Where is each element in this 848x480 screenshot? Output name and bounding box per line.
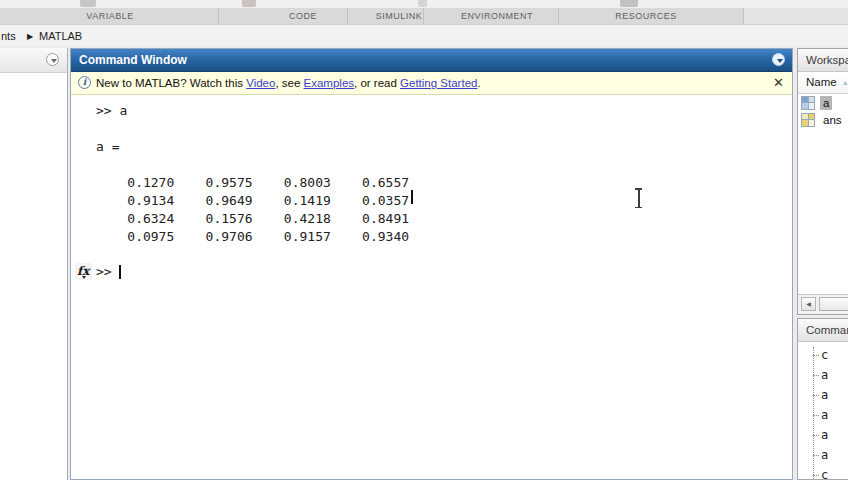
ribbon-separator <box>558 8 559 24</box>
command-window-panel: Command Window i New to MATLAB? Watch th… <box>70 48 793 480</box>
history-entry-text: a <box>821 408 828 422</box>
ribbon-section-variable: VARIABLE <box>86 8 133 24</box>
history-entry-text: a <box>821 428 828 442</box>
name-column-header[interactable]: Name▲ <box>798 72 848 94</box>
variable-name: ans <box>820 113 845 127</box>
matrix-icon <box>801 96 815 110</box>
chevron-down-icon <box>777 59 783 63</box>
history-entry-text: c <box>821 348 828 362</box>
history-entry[interactable]: a <box>798 365 848 385</box>
ribbon-section-environment: ENVIRONMENT <box>461 8 533 24</box>
ribbon-section-resources: RESOURCES <box>615 8 677 24</box>
notification-text: . <box>477 77 480 89</box>
matlab-desktop: { "ribbon": { "sections": ["VARIABLE", "… <box>0 0 848 480</box>
command-window-titlebar: Command Window <box>71 49 792 72</box>
examples-link[interactable]: Examples <box>304 77 355 89</box>
ribbon-strip-end <box>743 8 848 24</box>
command-history-panel: Command History c a a a a a c <box>797 318 848 480</box>
chevron-down-icon <box>51 59 57 63</box>
command-history-title: Command History <box>798 319 848 342</box>
ribbon-toolstrip: VARIABLE CODE SIMULINK ENVIRONMENT RESOU… <box>0 0 848 27</box>
history-entry-text: a <box>821 368 828 382</box>
history-entry[interactable]: c <box>798 465 848 480</box>
name-column-label: Name <box>806 76 837 88</box>
notification-message: New to MATLAB? Watch this Video, see Exa… <box>96 72 481 94</box>
sort-ascending-icon: ▲ <box>842 79 848 86</box>
history-entry-text: c <box>821 468 828 480</box>
video-link[interactable]: Video <box>246 77 275 89</box>
prompt-chevrons: >> <box>96 263 112 281</box>
history-entry[interactable]: a <box>798 425 848 445</box>
ribbon-section-simulink: SIMULINK <box>376 8 423 24</box>
notification-text: , see <box>275 77 303 89</box>
horizontal-scrollbar[interactable]: ◀ <box>798 294 848 314</box>
workspace-panel: Workspace Name▲ a ans ◀ <box>797 48 848 315</box>
history-entry-text: a <box>821 448 828 462</box>
history-entry[interactable]: a <box>798 445 848 465</box>
toolstrip-icon-fragment <box>620 0 638 7</box>
breadcrumb-current-matlab[interactable]: MATLAB <box>39 27 82 46</box>
chevron-down-icon <box>82 276 86 279</box>
ribbon-separator <box>218 8 219 24</box>
variable-name: a <box>820 96 832 110</box>
history-tree-line <box>813 347 814 480</box>
matrix-icon <box>801 113 815 127</box>
panel-actions-menu-button[interactable] <box>772 53 785 66</box>
history-entry-text: a <box>821 388 828 402</box>
command-prompt-line[interactable]: fx >> <box>71 263 792 281</box>
history-entry[interactable]: c <box>798 345 848 365</box>
ribbon-section-labels: VARIABLE CODE SIMULINK ENVIRONMENT RESOU… <box>0 8 848 24</box>
left-panel-header <box>0 48 67 73</box>
console-output: >> a a = 0.1270 0.9575 0.8003 0.6557 0.9… <box>71 95 792 246</box>
text-caret <box>411 190 413 204</box>
workspace-variable-ans[interactable]: ans <box>798 111 848 128</box>
ribbon-section-code: CODE <box>289 8 317 24</box>
command-history-list: c a a a a a c <box>798 342 848 480</box>
ribbon-bottom-border <box>0 24 848 25</box>
getting-started-link[interactable]: Getting Started <box>400 77 477 89</box>
breadcrumb-parent-truncated[interactable]: nts <box>1 27 16 46</box>
ibeam-mouse-cursor <box>634 188 643 208</box>
function-hints-fx-button[interactable]: fx <box>75 263 92 280</box>
command-window-title: Command Window <box>79 49 187 71</box>
toolstrip-icon-fragment <box>418 0 427 7</box>
notification-text: New to MATLAB? Watch this <box>96 77 246 89</box>
breadcrumb-arrow-icon: ▶ <box>27 27 33 46</box>
workspace-variable-a[interactable]: a <box>798 94 848 111</box>
left-side-panel <box>0 48 68 480</box>
ribbon-separator <box>347 8 348 24</box>
breadcrumb: nts ▶ MATLAB <box>0 27 848 46</box>
notification-bar: i New to MATLAB? Watch this Video, see E… <box>71 72 792 95</box>
ribbon-separator <box>743 8 744 24</box>
scrollbar-thumb[interactable] <box>819 297 848 311</box>
toolstrip-icon-fragment <box>80 0 96 7</box>
info-icon: i <box>78 76 91 89</box>
toolstrip-icon-fragment <box>242 0 256 7</box>
command-window-body[interactable]: >> a a = 0.1270 0.9575 0.8003 0.6557 0.9… <box>71 95 792 480</box>
ribbon-separator <box>423 8 424 24</box>
history-entry[interactable]: a <box>798 385 848 405</box>
input-caret <box>119 265 121 279</box>
notification-text: , or read <box>354 77 400 89</box>
close-icon[interactable]: ✕ <box>773 72 784 94</box>
scroll-left-icon[interactable]: ◀ <box>801 297 816 311</box>
panel-actions-menu-button[interactable] <box>46 53 59 66</box>
history-entry[interactable]: a <box>798 405 848 425</box>
workspace-title: Workspace <box>798 49 848 72</box>
